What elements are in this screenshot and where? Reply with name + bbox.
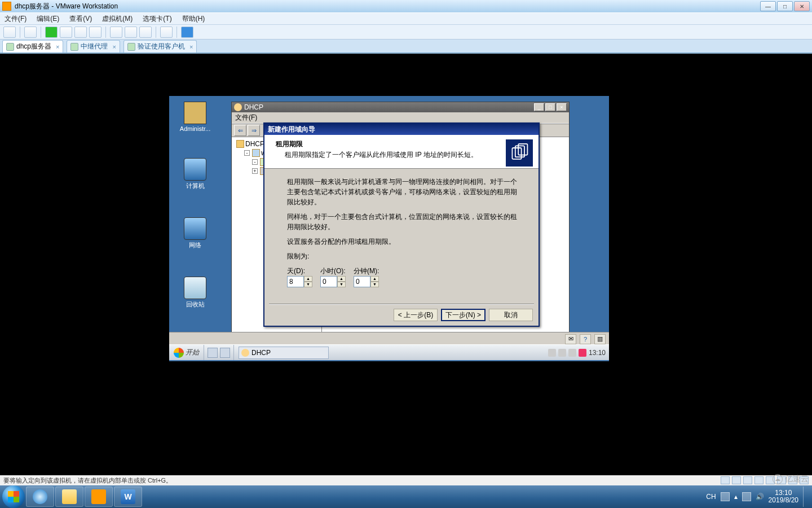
menu-edit[interactable]: 编辑(E) (37, 14, 59, 24)
hours-input[interactable] (320, 276, 337, 287)
host-start-button[interactable] (2, 485, 25, 508)
tray-network-icon[interactable] (742, 492, 751, 501)
minutes-spinner[interactable]: ▲▼ (354, 276, 379, 287)
desktop-icon-computer[interactable]: 计算机 (175, 158, 215, 190)
spinner-down-icon[interactable]: ▼ (337, 282, 346, 287)
taskbar-vmware[interactable] (85, 487, 113, 507)
spinner-up-icon[interactable]: ▲ (370, 276, 379, 282)
toolbar-reset-icon[interactable] (89, 27, 102, 38)
tray-network-icon[interactable] (568, 349, 576, 357)
menu-help[interactable]: 帮助(H) (182, 14, 205, 24)
tab-close-icon[interactable]: × (189, 43, 193, 50)
desktop-icon-recycle-bin[interactable]: 回收站 (175, 277, 215, 309)
nav-forward-icon[interactable]: ⇒ (248, 125, 260, 136)
dhcp-root-icon (236, 140, 244, 148)
tree-collapse-icon[interactable]: - (244, 150, 250, 156)
cancel-button[interactable]: 取消 (489, 309, 533, 321)
toolbar-pause-icon[interactable] (60, 27, 72, 38)
status-help-icon[interactable]: ? (580, 334, 591, 344)
menu-view[interactable]: 查看(V) (69, 14, 92, 24)
wizard-titlebar[interactable]: 新建作用域向导 (264, 124, 539, 135)
toolbar-power-icon[interactable] (3, 27, 16, 38)
toolbar-view1-icon[interactable] (110, 27, 122, 38)
watermark-cloud-icon: ☁ (773, 474, 783, 484)
guest-task-dhcp[interactable]: DHCP (239, 347, 329, 359)
close-button[interactable]: ✕ (794, 1, 810, 11)
spinner-up-icon[interactable]: ▲ (304, 276, 312, 282)
quicklaunch-icon[interactable] (220, 348, 230, 358)
tray-shield-icon[interactable] (579, 349, 586, 357)
device-hdd-icon[interactable] (721, 476, 730, 484)
mmc-close-button[interactable]: × (557, 103, 567, 111)
menu-file[interactable]: 文件(F) (5, 14, 27, 24)
tray-volume-icon[interactable]: 🔊 (756, 493, 764, 501)
windows-flag-icon (8, 491, 19, 502)
tree-collapse-icon[interactable]: - (252, 159, 258, 165)
hours-spinner[interactable]: ▲▼ (320, 276, 346, 287)
toolbar-stop-icon[interactable] (74, 27, 87, 38)
menu-tabs[interactable]: 选项卡(T) (143, 14, 171, 24)
toolbar-view2-icon[interactable] (125, 27, 137, 38)
menu-vm[interactable]: 虚拟机(M) (102, 14, 133, 24)
mmc-maximize-button[interactable]: □ (545, 103, 555, 111)
spinner-down-icon[interactable]: ▼ (370, 282, 379, 287)
toolbar-fullscreen-icon[interactable] (181, 27, 193, 38)
watermark: ☁ 亿速云 (773, 474, 809, 484)
minimize-button[interactable]: — (760, 1, 776, 11)
tree-expand-icon[interactable]: + (252, 168, 258, 174)
tree-root[interactable]: DHCP (245, 140, 264, 148)
toolbar-play-icon[interactable] (45, 27, 58, 38)
nav-back-icon[interactable]: ⇐ (234, 125, 246, 136)
guest-vmware-statusbar: ✉ ? ▥ (169, 332, 609, 345)
minutes-input[interactable] (354, 276, 370, 287)
vm-tab-label: 验证使用客户机 (138, 42, 185, 51)
host-clock-date[interactable]: 2019/8/20 (769, 497, 798, 504)
tray-icon[interactable] (548, 349, 556, 357)
vm-tab-dhcp[interactable]: dhcp服务器 × (2, 40, 63, 52)
desktop-icon-administrator[interactable]: Administr... (175, 102, 215, 132)
vm-state-icon (70, 43, 78, 51)
start-label: 开始 (186, 348, 199, 357)
folder-icon (184, 102, 206, 124)
toolbar-unity-icon[interactable] (160, 27, 173, 38)
taskbar-ie[interactable] (26, 487, 54, 507)
tray-chevron-up-icon[interactable]: ▴ (734, 493, 738, 501)
wizard-limit-label: 限制为: (287, 251, 523, 261)
mmc-minimize-button[interactable]: _ (534, 103, 544, 111)
guest-start-button[interactable]: 开始 (169, 345, 204, 360)
guest-viewport[interactable]: Administr... 计算机 网络 回收站 DHCP _ (0, 54, 812, 485)
show-desktop-button[interactable] (803, 487, 807, 507)
vm-tab-relay[interactable]: 中继代理 × (67, 40, 120, 52)
device-cd-icon[interactable] (732, 476, 741, 484)
desktop-icon-network[interactable]: 网络 (175, 217, 215, 249)
explorer-icon (62, 489, 77, 504)
maximize-button[interactable]: □ (777, 1, 793, 11)
spinner-up-icon[interactable]: ▲ (337, 276, 346, 282)
quicklaunch-icon[interactable] (208, 348, 218, 358)
device-net-icon[interactable] (743, 476, 752, 484)
days-input[interactable] (287, 276, 304, 287)
taskbar-word[interactable]: W (114, 487, 142, 507)
ime-indicator[interactable]: CH (706, 493, 716, 501)
toolbar-view3-icon[interactable] (139, 27, 152, 38)
back-button[interactable]: < 上一步(B) (394, 309, 438, 321)
word-icon: W (121, 489, 135, 504)
taskbar-explorer[interactable] (55, 487, 83, 507)
guest-quicklaunch (204, 345, 234, 360)
tray-flag-icon[interactable] (721, 492, 730, 501)
status-device-icon[interactable]: ▥ (594, 334, 606, 344)
tray-icon[interactable] (558, 349, 566, 357)
status-message-icon[interactable]: ✉ (565, 334, 576, 344)
guest-desktop: Administr... 计算机 网络 回收站 DHCP _ (169, 96, 609, 361)
device-usb-icon[interactable] (754, 476, 764, 484)
tab-close-icon[interactable]: × (56, 43, 59, 50)
toolbar-snapshot-icon[interactable] (24, 27, 37, 38)
guest-clock[interactable]: 13:10 (589, 349, 606, 357)
vm-tab-client[interactable]: 验证使用客户机 × (123, 40, 197, 52)
mmc-menu-file[interactable]: 文件(F) (235, 113, 257, 122)
mmc-titlebar[interactable]: DHCP _ □ × (232, 102, 569, 112)
days-spinner[interactable]: ▲▼ (287, 276, 312, 287)
tab-close-icon[interactable]: × (112, 43, 116, 50)
next-button[interactable]: 下一步(N) > (441, 309, 486, 321)
spinner-down-icon[interactable]: ▼ (304, 282, 312, 287)
